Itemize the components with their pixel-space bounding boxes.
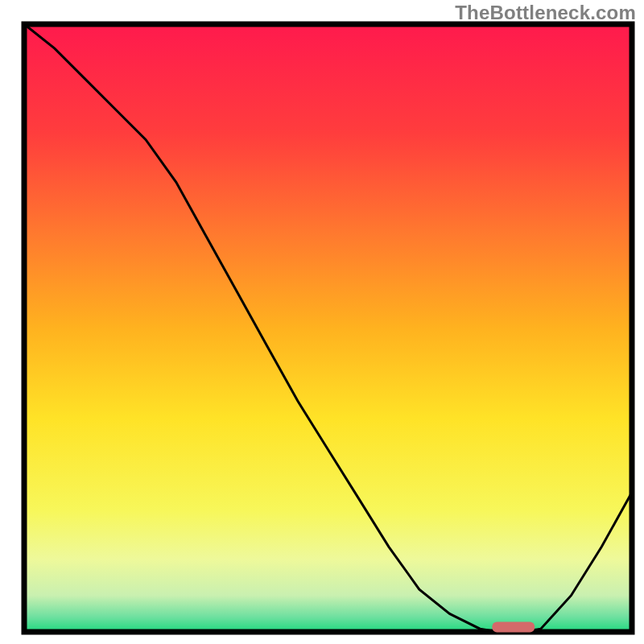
bottleneck-chart (0, 0, 644, 644)
plot-background (24, 24, 632, 632)
min-marker (492, 621, 535, 632)
watermark-label: TheBottleneck.com (455, 2, 636, 24)
chart-container: TheBottleneck.com (0, 0, 644, 644)
